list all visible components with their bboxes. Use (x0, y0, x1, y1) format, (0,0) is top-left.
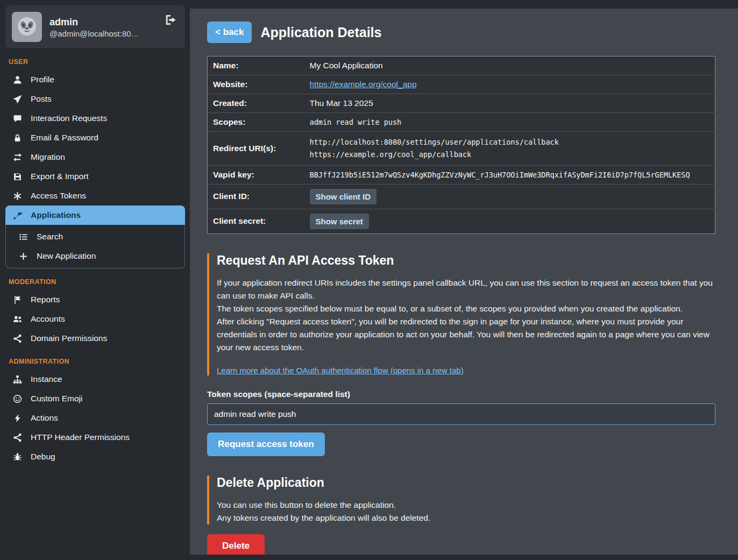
share-nodes-icon (12, 334, 23, 343)
sidebar-item-label: Export & Import (31, 172, 89, 181)
table-row: Scopes: admin read write push (208, 113, 715, 132)
section-paragraph: Any tokens created by the application wi… (217, 512, 715, 524)
sidebar-item-label: Domain Permissions (31, 334, 107, 343)
sidebar-item-label: Interaction Requests (31, 114, 107, 123)
asterisk-icon (12, 192, 23, 201)
nav-section-user: USER (9, 58, 182, 66)
username: admin (49, 16, 139, 29)
application-details-table: Name: My Cool Application Website: https… (207, 56, 715, 234)
row-label: Created: (208, 94, 304, 113)
row-label: Redirect URI(s): (208, 132, 304, 166)
delete-application-section: Delete Application You can use this butt… (207, 476, 715, 524)
sidebar-item-label: Email & Password (31, 133, 98, 143)
floppy-disk-icon (12, 172, 23, 181)
page-title: Application Details (260, 25, 381, 40)
table-row: Website: https://example.org/cool_app (208, 75, 715, 94)
sidebar-item-label: Posts (31, 94, 52, 104)
flag-icon (12, 295, 23, 304)
website-link[interactable]: https://example.org/cool_app (310, 80, 417, 89)
paper-plane-icon (12, 95, 23, 104)
row-value: https://example.org/cool_app (304, 75, 715, 94)
table-row: Name: My Cool Application (208, 56, 715, 75)
nav-section-administration: ADMINISTRATION (9, 358, 182, 365)
row-label: Website: (208, 75, 304, 94)
section-paragraph: After clicking "Request access token", y… (217, 315, 715, 354)
request-token-section: Request An API Access Token If your appl… (207, 253, 715, 375)
sidebar-item-http-header-permissions[interactable]: HTTP Header Permissions (5, 428, 185, 447)
sidebar-item-label: HTTP Header Permissions (31, 433, 130, 442)
sidebar-item-label: Access Tokens (31, 191, 86, 201)
show-secret-button[interactable]: Show secret (310, 214, 369, 229)
row-label: Scopes: (208, 113, 304, 132)
sidebar-item-label: Search (37, 232, 63, 242)
sidebar-item-accounts[interactable]: Accounts (5, 309, 185, 329)
row-value: BBJffJ219b5iE512m7wQSzv4KgKDhgZZVzNyWC_r… (304, 165, 715, 184)
back-button[interactable]: < back (207, 22, 252, 43)
section-paragraph: You can use this button to delete the ap… (217, 499, 715, 512)
sidebar: admin @admin@localhost:80… USER Profile … (0, 0, 190, 560)
sidebar-item-email-password[interactable]: Email & Password (5, 128, 185, 147)
nav-section-moderation: MODERATION (9, 278, 182, 286)
table-row: Redirect URI(s): http://localhost:8080/s… (208, 132, 715, 166)
lock-icon (12, 133, 23, 143)
applications-submenu: Search New Application (5, 225, 185, 268)
user-icon (12, 75, 23, 84)
sidebar-item-posts[interactable]: Posts (5, 89, 185, 109)
sitemap-icon (12, 375, 23, 384)
sidebar-item-label: Profile (31, 75, 54, 84)
row-value: My Cool Application (304, 56, 715, 75)
sidebar-item-label: Applications (31, 210, 81, 220)
sidebar-item-label: Actions (31, 413, 58, 423)
sidebar-item-debug[interactable]: Debug (5, 447, 185, 466)
sidebar-item-domain-permissions[interactable]: Domain Permissions (5, 329, 185, 348)
plus-icon (18, 252, 29, 261)
redirect-uri: http://localhost:8080/settings/user/appl… (310, 136, 710, 148)
sidebar-item-label: Custom Emoji (31, 394, 82, 403)
row-value: Show secret (304, 209, 715, 233)
list-icon (18, 232, 29, 242)
user-meta: admin @admin@localhost:80… (49, 16, 139, 38)
sidebar-item-new-application[interactable]: New Application (6, 246, 184, 266)
row-value: Thu Mar 13 2025 (304, 94, 715, 113)
row-value: Show client ID (304, 184, 715, 209)
sidebar-item-export-import[interactable]: Export & Import (5, 167, 185, 186)
logout-icon[interactable] (165, 14, 176, 26)
show-client-id-button[interactable]: Show client ID (310, 189, 377, 204)
delete-button[interactable]: Delete (207, 534, 265, 555)
sidebar-item-profile[interactable]: Profile (5, 70, 185, 89)
sidebar-item-actions[interactable]: Actions (5, 408, 185, 428)
exchange-arrows-icon (12, 153, 23, 162)
section-paragraph: If your application redirect URIs includ… (217, 277, 715, 302)
tools-icon (12, 211, 23, 220)
section-paragraph: The token scopes specified below must be… (217, 302, 715, 315)
avatar (12, 12, 42, 42)
section-title: Request An API Access Token (217, 253, 715, 268)
comment-icon (12, 114, 23, 123)
oauth-learn-more-link[interactable]: Learn more about the OAuth authenticatio… (217, 366, 464, 375)
sidebar-item-label: Reports (31, 295, 60, 304)
sidebar-item-access-tokens[interactable]: Access Tokens (5, 186, 185, 205)
sidebar-item-migration[interactable]: Migration (5, 147, 185, 167)
sidebar-item-label: Accounts (31, 314, 65, 324)
sidebar-item-label: New Application (37, 251, 96, 261)
token-scopes-label: Token scopes (space-separated list) (207, 389, 715, 399)
smiley-icon (12, 394, 23, 403)
main-outer: < back Application Details Name: My Cool… (190, 0, 738, 560)
sidebar-item-instance[interactable]: Instance (5, 370, 185, 389)
sidebar-item-interaction-requests[interactable]: Interaction Requests (5, 109, 185, 128)
request-access-token-button[interactable]: Request access token (207, 433, 325, 456)
sidebar-item-custom-emoji[interactable]: Custom Emoji (5, 389, 185, 408)
redirect-uri: https://example.org/cool_app/callback (310, 148, 710, 161)
user-handle: @admin@localhost:80… (49, 29, 139, 38)
sidebar-item-reports[interactable]: Reports (5, 290, 185, 309)
sidebar-item-label: Debug (31, 452, 55, 462)
user-card[interactable]: admin @admin@localhost:80… (5, 5, 185, 48)
sidebar-item-label: Instance (31, 374, 62, 384)
sidebar-item-search[interactable]: Search (6, 227, 184, 246)
section-title: Delete Application (217, 476, 715, 490)
token-scopes-input[interactable] (207, 403, 715, 425)
table-row: Client secret: Show secret (208, 209, 715, 233)
row-label: Vapid key: (208, 165, 304, 184)
sidebar-item-applications[interactable]: Applications (5, 205, 185, 225)
row-label: Client ID: (208, 184, 304, 209)
